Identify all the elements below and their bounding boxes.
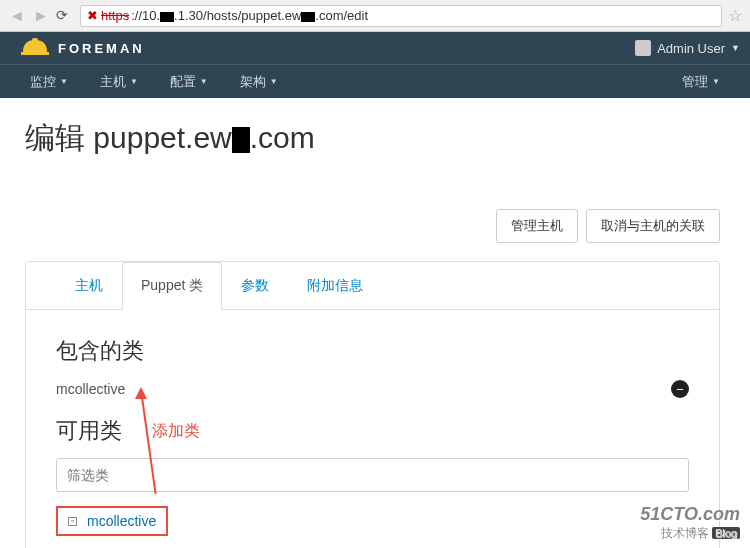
nav-monitor[interactable]: 监控▼: [30, 73, 68, 91]
tab-panel: 主机 Puppet 类 参数 附加信息 包含的类 mcollective − 可…: [25, 261, 720, 548]
main-content: 编辑 puppet.ew.com 管理主机 取消与主机的关联 主机 Puppet…: [0, 98, 750, 548]
expand-icon: ▫: [68, 517, 77, 526]
available-class-item[interactable]: ▫ mcollective: [56, 506, 168, 536]
nav-hosts[interactable]: 主机▼: [100, 73, 138, 91]
watermark-line1: 51CTO.com: [640, 504, 740, 525]
url-bar[interactable]: ✖ https ://10..1.30/hosts/puppet.ew.com/…: [80, 5, 722, 27]
chevron-down-icon: ▼: [270, 77, 278, 86]
main-nav: 监控▼ 主机▼ 配置▼ 架构▼ 管理▼: [0, 64, 750, 98]
remove-class-icon[interactable]: −: [671, 380, 689, 398]
user-menu[interactable]: Admin User ▼: [635, 40, 740, 56]
available-class-name: mcollective: [87, 513, 156, 529]
class-name: mcollective: [56, 381, 125, 397]
included-class-item: mcollective −: [56, 380, 689, 398]
back-button[interactable]: ◄: [8, 7, 26, 25]
url-scheme-struck: https: [101, 8, 129, 23]
tab-puppet[interactable]: Puppet 类: [122, 262, 222, 310]
brand-text: FOREMAN: [58, 41, 145, 56]
tab-params[interactable]: 参数: [222, 262, 288, 310]
browser-toolbar: ◄ ► ⟳ ✖ https ://10..1.30/hosts/puppet.e…: [0, 0, 750, 32]
page-title: 编辑 puppet.ew.com: [25, 118, 720, 159]
url-text: ://10..1.30/hosts/puppet.ew.com/edit: [131, 8, 368, 23]
user-icon: [635, 40, 651, 56]
nav-admin[interactable]: 管理▼: [682, 73, 720, 91]
action-buttons: 管理主机 取消与主机的关联: [25, 209, 720, 243]
https-warning-icon: ✖: [87, 8, 98, 23]
chevron-down-icon: ▼: [200, 77, 208, 86]
chevron-down-icon: ▼: [60, 77, 68, 86]
unlink-host-button[interactable]: 取消与主机的关联: [586, 209, 720, 243]
user-label: Admin User: [657, 41, 725, 56]
manage-host-button[interactable]: 管理主机: [496, 209, 578, 243]
chevron-down-icon: ▼: [712, 77, 720, 86]
tab-host[interactable]: 主机: [56, 262, 122, 310]
app-header: FOREMAN Admin User ▼: [0, 32, 750, 64]
annotation-add-class: 添加类: [152, 421, 200, 442]
tab-content: 包含的类 mcollective − 可用类 添加类 ▫ mcollective: [26, 310, 719, 548]
nav-infra[interactable]: 架构▼: [240, 73, 278, 91]
filter-classes-input[interactable]: [56, 458, 689, 492]
nav-config[interactable]: 配置▼: [170, 73, 208, 91]
included-classes-title: 包含的类: [56, 336, 689, 366]
bookmark-star-icon[interactable]: ☆: [728, 6, 742, 25]
forward-button[interactable]: ►: [32, 7, 50, 25]
available-classes-title: 可用类: [56, 416, 122, 446]
brand[interactable]: FOREMAN: [20, 36, 145, 60]
tabs: 主机 Puppet 类 参数 附加信息: [26, 262, 719, 310]
reload-button[interactable]: ⟳: [56, 7, 74, 25]
watermark-line2: 技术博客 Blog: [640, 525, 740, 542]
svg-rect-0: [32, 38, 38, 43]
chevron-down-icon: ▼: [731, 43, 740, 53]
chevron-down-icon: ▼: [130, 77, 138, 86]
hardhat-icon: [20, 36, 50, 60]
watermark: 51CTO.com 技术博客 Blog: [640, 504, 740, 542]
tab-extra[interactable]: 附加信息: [288, 262, 382, 310]
